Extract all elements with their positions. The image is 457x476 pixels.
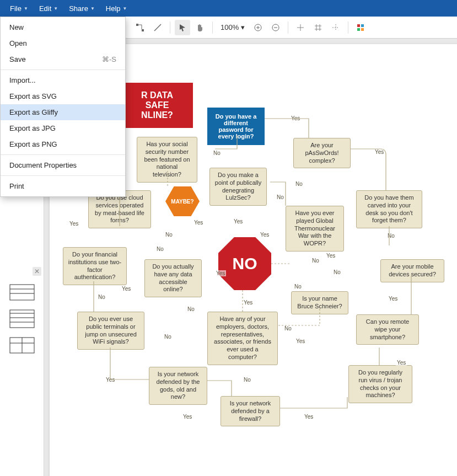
separator [288, 22, 288, 34]
menu-export-jpg[interactable]: Export as JPG [1, 120, 125, 136]
menu-new-label: New [9, 23, 24, 31]
guides-button[interactable] [328, 20, 343, 35]
caret-icon: ▼ [24, 6, 28, 11]
menu-export-gliffy-label: Export as Gliffy [9, 108, 58, 116]
separator [1, 69, 125, 70]
svg-rect-18 [10, 285, 34, 300]
svg-line-2 [154, 24, 161, 31]
menu-save-shortcut: ⌘-S [102, 55, 116, 63]
menu-edit[interactable]: Edit ▼ [34, 1, 63, 16]
menu-export-svg-label: Export as SVG [9, 92, 57, 100]
svg-rect-14 [357, 28, 360, 31]
menu-export-png-label: Export as PNG [9, 140, 57, 148]
menu-export-png[interactable]: Export as PNG [1, 136, 125, 152]
menu-doc-properties[interactable]: Document Properties [1, 157, 125, 173]
menu-save-label: Save [9, 55, 26, 63]
line-tool-button[interactable] [150, 20, 165, 35]
svg-rect-13 [361, 24, 364, 27]
guides-icon [331, 23, 340, 32]
menu-export-gliffy[interactable]: Export as Gliffy [1, 104, 125, 120]
color-button[interactable] [353, 20, 368, 35]
pointer-tool-button[interactable] [175, 20, 190, 35]
menu-help[interactable]: Help ▼ [100, 1, 133, 16]
connector-tool-button[interactable] [132, 20, 148, 35]
zoom-in-button[interactable] [250, 20, 266, 35]
svg-rect-0 [136, 24, 138, 26]
menu-print[interactable]: Print [1, 178, 125, 194]
grid-button[interactable] [310, 20, 326, 35]
menu-file[interactable]: File ▼ [4, 1, 34, 16]
menu-import[interactable]: Import... [1, 72, 125, 88]
menu-file-label: File [10, 4, 21, 13]
zoom-out-button[interactable] [268, 20, 283, 35]
svg-rect-15 [361, 28, 364, 31]
menu-export-jpg-label: Export as JPG [9, 124, 56, 132]
connector-icon [136, 23, 144, 32]
menu-open[interactable]: Open [1, 35, 125, 51]
menubar: File ▼ Edit ▼ Share ▼ Help ▼ [0, 0, 457, 17]
menu-new[interactable]: New [1, 19, 125, 35]
minus-circle-icon [271, 23, 280, 32]
plus-circle-icon [254, 23, 262, 32]
menu-share-label: Share [69, 4, 88, 13]
caret-icon: ▼ [123, 6, 127, 11]
palette-icon [356, 23, 365, 32]
menu-import-label: Import... [9, 76, 36, 84]
separator [1, 175, 125, 176]
menu-print-label: Print [9, 182, 24, 190]
shape-table1[interactable] [9, 284, 35, 301]
panel-close-icon[interactable]: ✕ [33, 267, 41, 276]
menu-edit-label: Edit [39, 4, 51, 13]
caret-icon: ▼ [53, 6, 58, 11]
separator [1, 154, 125, 155]
file-dropdown: New Open Save ⌘-S Import... Export as SV… [0, 17, 126, 197]
shape-table2[interactable] [9, 309, 35, 329]
menu-help-label: Help [106, 4, 121, 13]
grid-icon [314, 23, 322, 32]
separator [170, 22, 170, 34]
zoom-level[interactable]: 100% ▾ [217, 23, 248, 31]
line-icon [153, 23, 162, 32]
menu-open-label: Open [9, 39, 27, 47]
svg-rect-12 [357, 24, 360, 27]
shape-table3[interactable] [9, 336, 35, 354]
svg-rect-1 [142, 29, 144, 31]
menu-doc-properties-label: Document Properties [9, 161, 77, 169]
plus-icon [296, 23, 305, 32]
hand-icon [196, 23, 205, 32]
menu-save[interactable]: Save ⌘-S [1, 51, 125, 67]
menu-share[interactable]: Share ▼ [63, 1, 100, 16]
svg-rect-21 [10, 310, 34, 328]
snap-button[interactable] [293, 20, 308, 35]
menu-export-svg[interactable]: Export as SVG [1, 88, 125, 104]
separator [212, 22, 213, 34]
separator [348, 22, 348, 34]
pointer-icon [178, 23, 187, 32]
pan-tool-button[interactable] [192, 20, 208, 35]
caret-icon: ▼ [90, 6, 95, 11]
